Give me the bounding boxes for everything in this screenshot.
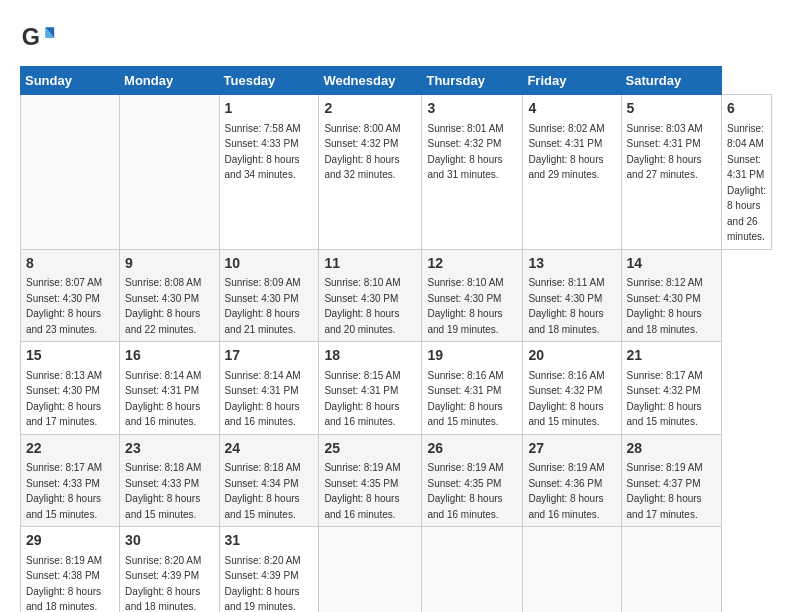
week-row-3: 22Sunrise: 8:17 AMSunset: 4:33 PMDayligh… — [21, 434, 772, 527]
table-row: 10Sunrise: 8:09 AMSunset: 4:30 PMDayligh… — [219, 249, 319, 342]
header-wednesday: Wednesday — [319, 67, 422, 95]
day-number: 30 — [125, 531, 213, 551]
table-row: 14Sunrise: 8:12 AMSunset: 4:30 PMDayligh… — [621, 249, 721, 342]
calendar-body: 1Sunrise: 7:58 AMSunset: 4:33 PMDaylight… — [21, 95, 772, 613]
day-info: Sunrise: 8:20 AMSunset: 4:39 PMDaylight:… — [225, 555, 301, 612]
day-info: Sunrise: 8:19 AMSunset: 4:37 PMDaylight:… — [627, 462, 703, 520]
table-row: 8Sunrise: 8:07 AMSunset: 4:30 PMDaylight… — [21, 249, 120, 342]
day-number: 4 — [528, 99, 615, 119]
day-number: 19 — [427, 346, 517, 366]
day-number: 3 — [427, 99, 517, 119]
table-row: 28Sunrise: 8:19 AMSunset: 4:37 PMDayligh… — [621, 434, 721, 527]
table-row: 22Sunrise: 8:17 AMSunset: 4:33 PMDayligh… — [21, 434, 120, 527]
table-row: 21Sunrise: 8:17 AMSunset: 4:32 PMDayligh… — [621, 342, 721, 435]
day-info: Sunrise: 8:08 AMSunset: 4:30 PMDaylight:… — [125, 277, 201, 335]
day-info: Sunrise: 8:14 AMSunset: 4:31 PMDaylight:… — [125, 370, 201, 428]
table-row: 5Sunrise: 8:03 AMSunset: 4:31 PMDaylight… — [621, 95, 721, 250]
day-number: 10 — [225, 254, 314, 274]
table-row: 30Sunrise: 8:20 AMSunset: 4:39 PMDayligh… — [120, 527, 219, 612]
day-info: Sunrise: 8:18 AMSunset: 4:33 PMDaylight:… — [125, 462, 201, 520]
day-info: Sunrise: 8:17 AMSunset: 4:33 PMDaylight:… — [26, 462, 102, 520]
day-info: Sunrise: 8:20 AMSunset: 4:39 PMDaylight:… — [125, 555, 201, 612]
table-row: 29Sunrise: 8:19 AMSunset: 4:38 PMDayligh… — [21, 527, 120, 612]
table-row: 15Sunrise: 8:13 AMSunset: 4:30 PMDayligh… — [21, 342, 120, 435]
day-info: Sunrise: 8:04 AMSunset: 4:31 PMDaylight:… — [727, 123, 766, 243]
day-number: 13 — [528, 254, 615, 274]
day-number: 29 — [26, 531, 114, 551]
table-row: 23Sunrise: 8:18 AMSunset: 4:33 PMDayligh… — [120, 434, 219, 527]
day-info: Sunrise: 8:19 AMSunset: 4:36 PMDaylight:… — [528, 462, 604, 520]
day-number: 21 — [627, 346, 716, 366]
day-info: Sunrise: 8:16 AMSunset: 4:32 PMDaylight:… — [528, 370, 604, 428]
week-row-1: 8Sunrise: 8:07 AMSunset: 4:30 PMDaylight… — [21, 249, 772, 342]
day-number: 14 — [627, 254, 716, 274]
day-number: 20 — [528, 346, 615, 366]
day-number: 9 — [125, 254, 213, 274]
table-row: 25Sunrise: 8:19 AMSunset: 4:35 PMDayligh… — [319, 434, 422, 527]
day-number: 31 — [225, 531, 314, 551]
day-info: Sunrise: 8:16 AMSunset: 4:31 PMDaylight:… — [427, 370, 503, 428]
day-info: Sunrise: 8:03 AMSunset: 4:31 PMDaylight:… — [627, 123, 703, 181]
table-row: 3Sunrise: 8:01 AMSunset: 4:32 PMDaylight… — [422, 95, 523, 250]
day-info: Sunrise: 8:19 AMSunset: 4:35 PMDaylight:… — [427, 462, 503, 520]
day-number: 17 — [225, 346, 314, 366]
header-thursday: Thursday — [422, 67, 523, 95]
table-row — [120, 95, 219, 250]
table-row: 17Sunrise: 8:14 AMSunset: 4:31 PMDayligh… — [219, 342, 319, 435]
table-row — [21, 95, 120, 250]
header-saturday: Saturday — [621, 67, 721, 95]
week-row-0: 1Sunrise: 7:58 AMSunset: 4:33 PMDaylight… — [21, 95, 772, 250]
day-number: 22 — [26, 439, 114, 459]
day-number: 15 — [26, 346, 114, 366]
day-info: Sunrise: 8:11 AMSunset: 4:30 PMDaylight:… — [528, 277, 604, 335]
table-row: 13Sunrise: 8:11 AMSunset: 4:30 PMDayligh… — [523, 249, 621, 342]
day-number: 26 — [427, 439, 517, 459]
header-friday: Friday — [523, 67, 621, 95]
day-number: 11 — [324, 254, 416, 274]
table-row: 27Sunrise: 8:19 AMSunset: 4:36 PMDayligh… — [523, 434, 621, 527]
table-row: 19Sunrise: 8:16 AMSunset: 4:31 PMDayligh… — [422, 342, 523, 435]
table-row — [422, 527, 523, 612]
table-row — [621, 527, 721, 612]
table-row: 4Sunrise: 8:02 AMSunset: 4:31 PMDaylight… — [523, 95, 621, 250]
day-number: 5 — [627, 99, 716, 119]
day-number: 25 — [324, 439, 416, 459]
table-row: 26Sunrise: 8:19 AMSunset: 4:35 PMDayligh… — [422, 434, 523, 527]
table-row: 12Sunrise: 8:10 AMSunset: 4:30 PMDayligh… — [422, 249, 523, 342]
svg-text:G: G — [22, 24, 40, 50]
day-info: Sunrise: 8:07 AMSunset: 4:30 PMDaylight:… — [26, 277, 102, 335]
week-row-4: 29Sunrise: 8:19 AMSunset: 4:38 PMDayligh… — [21, 527, 772, 612]
header-sunday: Sunday — [21, 67, 120, 95]
day-info: Sunrise: 8:18 AMSunset: 4:34 PMDaylight:… — [225, 462, 301, 520]
table-row: 24Sunrise: 8:18 AMSunset: 4:34 PMDayligh… — [219, 434, 319, 527]
day-info: Sunrise: 8:19 AMSunset: 4:35 PMDaylight:… — [324, 462, 400, 520]
day-number: 6 — [727, 99, 766, 119]
table-row: 18Sunrise: 8:15 AMSunset: 4:31 PMDayligh… — [319, 342, 422, 435]
table-row: 11Sunrise: 8:10 AMSunset: 4:30 PMDayligh… — [319, 249, 422, 342]
week-row-2: 15Sunrise: 8:13 AMSunset: 4:30 PMDayligh… — [21, 342, 772, 435]
logo: G — [20, 20, 60, 56]
day-number: 24 — [225, 439, 314, 459]
header-tuesday: Tuesday — [219, 67, 319, 95]
day-number: 1 — [225, 99, 314, 119]
day-info: Sunrise: 8:15 AMSunset: 4:31 PMDaylight:… — [324, 370, 400, 428]
day-info: Sunrise: 8:02 AMSunset: 4:31 PMDaylight:… — [528, 123, 604, 181]
calendar-table: Sunday Monday Tuesday Wednesday Thursday… — [20, 66, 772, 612]
table-row: 16Sunrise: 8:14 AMSunset: 4:31 PMDayligh… — [120, 342, 219, 435]
day-info: Sunrise: 8:19 AMSunset: 4:38 PMDaylight:… — [26, 555, 102, 612]
table-row — [319, 527, 422, 612]
day-info: Sunrise: 7:58 AMSunset: 4:33 PMDaylight:… — [225, 123, 301, 181]
day-info: Sunrise: 8:12 AMSunset: 4:30 PMDaylight:… — [627, 277, 703, 335]
table-row: 9Sunrise: 8:08 AMSunset: 4:30 PMDaylight… — [120, 249, 219, 342]
logo-icon: G — [20, 20, 56, 56]
page-header: G — [20, 20, 772, 56]
day-number: 28 — [627, 439, 716, 459]
day-info: Sunrise: 8:13 AMSunset: 4:30 PMDaylight:… — [26, 370, 102, 428]
day-info: Sunrise: 8:09 AMSunset: 4:30 PMDaylight:… — [225, 277, 301, 335]
day-info: Sunrise: 8:01 AMSunset: 4:32 PMDaylight:… — [427, 123, 503, 181]
day-info: Sunrise: 8:14 AMSunset: 4:31 PMDaylight:… — [225, 370, 301, 428]
day-info: Sunrise: 8:10 AMSunset: 4:30 PMDaylight:… — [324, 277, 400, 335]
table-row: 1Sunrise: 7:58 AMSunset: 4:33 PMDaylight… — [219, 95, 319, 250]
day-number: 8 — [26, 254, 114, 274]
table-row: 6Sunrise: 8:04 AMSunset: 4:31 PMDaylight… — [722, 95, 772, 250]
